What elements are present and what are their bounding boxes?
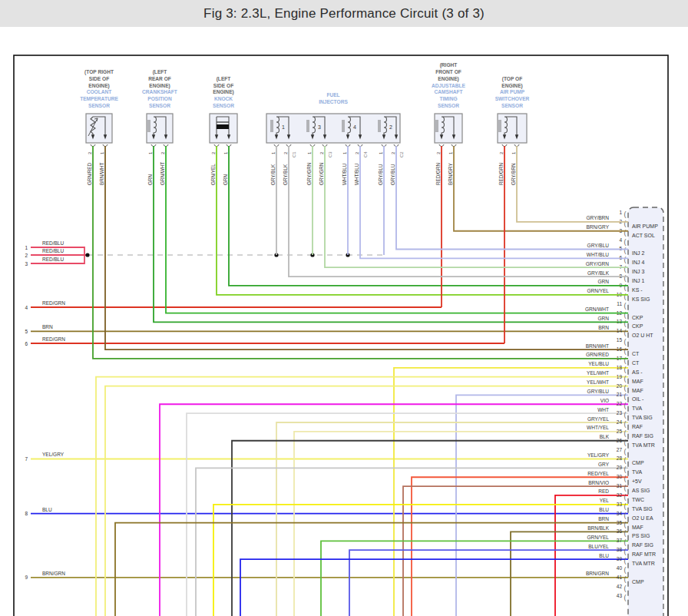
pin-wire-color-label: GRY/GRN xyxy=(586,261,610,267)
pin-number: 23 xyxy=(617,410,623,416)
injector-connector-id: C4 xyxy=(363,151,368,157)
pin-crimp-bracket: ( xyxy=(624,475,627,482)
pin-wire-color-label: BRN/GRY xyxy=(587,224,610,230)
pin-signal-label: CMP xyxy=(632,460,644,465)
component-pin-number: 1 xyxy=(511,152,516,154)
pin-crimp-bracket: ( xyxy=(624,538,627,546)
pin-wire-color-label: VIO xyxy=(600,398,609,403)
pin-crimp-bracket: ( xyxy=(624,210,627,218)
wire-WHT xyxy=(187,413,628,616)
left-wire-color-label: BLU xyxy=(42,507,52,512)
component-box-coolant-temperature-sensor xyxy=(86,114,112,143)
pin-number: 4 xyxy=(619,237,622,243)
pin-crimp-bracket: ( xyxy=(624,484,627,492)
left-wire-color-label: RED/GRN xyxy=(42,300,65,306)
component-wire-color-label: GRN/RED xyxy=(87,163,92,185)
pin-number: 20 xyxy=(617,383,623,389)
pin-wire-color-label: GRN xyxy=(598,279,610,284)
pin-wire-color-label: GRY/BLK xyxy=(587,270,610,276)
pin-wire-color-label: WHT xyxy=(597,407,609,412)
component-wire-color-label: GRY/BLU xyxy=(390,164,395,185)
component-pin-number: 1 xyxy=(307,152,312,154)
piezo-element xyxy=(217,124,229,129)
component-pin-number: 1 xyxy=(271,152,276,154)
pin-number: 18 xyxy=(617,365,623,370)
component-wire-color-label: GRN xyxy=(223,174,228,185)
component-pin-number: 1 xyxy=(223,152,228,154)
pin-wire-color-label: GRN xyxy=(598,316,610,321)
pin-number: 22 xyxy=(617,401,623,406)
pin-crimp-bracket: ( xyxy=(624,493,627,501)
wire-GRN/WHT xyxy=(166,146,628,313)
pin-number: 27 xyxy=(617,447,623,452)
pin-number: 43 xyxy=(617,593,623,598)
pin-signal-label: ACT SOL xyxy=(632,233,655,238)
pin-crimp-bracket: ( xyxy=(624,238,627,246)
component-wire-color-label: GRY/BLU xyxy=(378,164,383,185)
left-wire-color-label: RED/GRN xyxy=(42,336,65,342)
left-wire-color-label: RED/BLU xyxy=(42,257,64,262)
pin-number: 32 xyxy=(617,492,623,498)
pin-wire-color-label: GRY/BRN xyxy=(587,215,610,220)
wire-BRN/WHT xyxy=(105,146,628,349)
component-wire-color-label: GRY/BRN xyxy=(511,163,516,185)
component-wire-color-label: GRN xyxy=(147,174,153,185)
left-wire-number: 8 xyxy=(25,511,28,516)
pin-wire-color-label: YEL/GRY xyxy=(587,452,610,458)
component-name-label: COOLANT xyxy=(87,89,112,94)
pin-crimp-bracket: ( xyxy=(624,557,627,565)
wire-GRN/YEL xyxy=(321,541,628,616)
pin-wire-color-label: RED/YEL xyxy=(587,471,609,476)
pin-signal-label: RAF MTR xyxy=(632,551,656,557)
component-location-label: (LEFT xyxy=(217,76,231,82)
wire-BRN/BLK xyxy=(511,532,628,616)
pin-crimp-bracket: ( xyxy=(624,338,627,346)
pin-crimp-bracket: ( xyxy=(624,265,627,273)
left-wire-number: 4 xyxy=(25,305,28,310)
component-location-label: ENGINE) xyxy=(501,83,522,89)
pin-wire-color-label: GRN/RED xyxy=(586,352,609,357)
pin-wire-color-label: BLU xyxy=(599,553,609,558)
pin-crimp-bracket: ( xyxy=(624,548,627,555)
component-pin-number: 1 xyxy=(379,152,383,154)
pin-crimp-bracket: ( xyxy=(624,329,627,336)
left-wire-number: 1 xyxy=(25,245,28,250)
pin-crimp-bracket: ( xyxy=(624,402,627,409)
pin-signal-label: TVA SIG xyxy=(632,506,653,512)
pin-wire-color-label: YEL/WHT xyxy=(587,370,609,376)
pin-number: 39 xyxy=(617,556,623,561)
pin-number: 30 xyxy=(617,474,623,479)
pin-wire-color-label: WHT/BLU xyxy=(587,252,610,257)
wire-GRN/YEL xyxy=(217,146,628,295)
pin-wire-color-label: WHT/YEL xyxy=(587,425,609,430)
component-pin-number: 2 xyxy=(319,152,324,154)
pin-number: 21 xyxy=(617,392,623,397)
pin-signal-label: KS - xyxy=(632,287,643,293)
component-wire-color-label: GRY/GRN xyxy=(319,162,324,185)
pin-crimp-bracket: ( xyxy=(624,429,627,437)
injector-number: 1 xyxy=(282,124,285,130)
pin-signal-label: INJ 4 xyxy=(632,260,644,265)
component-location-label: SIDE OF xyxy=(89,76,109,81)
pin-signal-label: OIL - xyxy=(632,396,644,402)
pin-number: 36 xyxy=(617,528,623,534)
pin-signal-label: AS - xyxy=(632,369,643,375)
component-name-label: AIR PUMP xyxy=(500,89,525,94)
pin-wire-color-label: BRN/GRN xyxy=(586,571,609,576)
pin-signal-label: INJ 1 xyxy=(632,278,644,283)
pin-crimp-bracket: ( xyxy=(624,566,627,574)
pin-crimp-bracket: ( xyxy=(624,356,627,364)
component-location-label: REAR OF xyxy=(148,76,171,81)
wire-GRY/BLK xyxy=(289,146,628,277)
wire-BRN/VIO xyxy=(403,486,628,616)
component-pin-number: 2 xyxy=(211,152,216,154)
pin-crimp-bracket: ( xyxy=(624,392,627,400)
pin-signal-label: CKP xyxy=(632,323,643,329)
pin-number: 29 xyxy=(617,465,623,470)
pin-crimp-bracket: ( xyxy=(624,439,627,446)
pin-signal-label: MAF xyxy=(632,379,643,384)
component-wire-color-label: RED/GRN xyxy=(498,163,504,185)
pin-crimp-bracket: ( xyxy=(624,347,627,355)
pin-number: 1 xyxy=(619,210,622,215)
left-wire-number: 3 xyxy=(25,261,28,267)
